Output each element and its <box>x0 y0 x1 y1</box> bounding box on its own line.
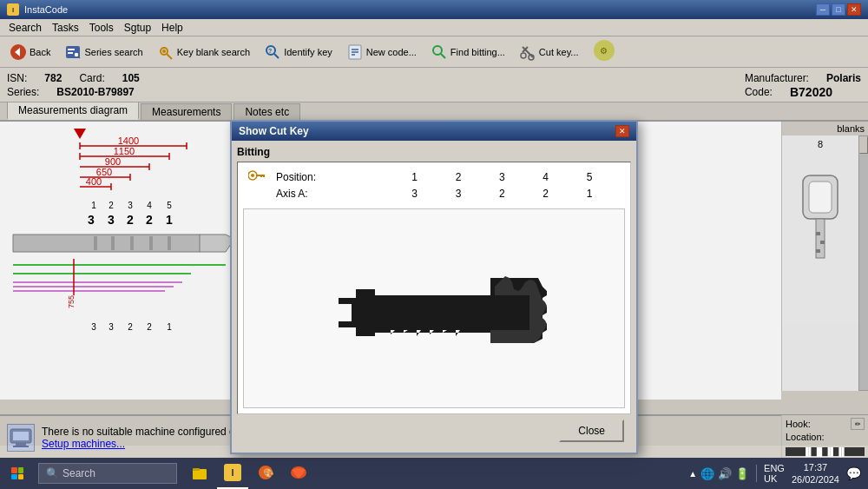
date-display: 26/02/2024 <box>792 473 839 486</box>
language-region: ENG UK <box>764 463 785 484</box>
info-right: Manufacturer: Polaris Code: B72020 <box>745 71 861 99</box>
taskbar-app-4[interactable] <box>283 458 314 489</box>
svg-line-18 <box>441 54 445 58</box>
svg-point-5 <box>74 52 79 57</box>
isn-label: ISN: <box>7 71 27 85</box>
svg-text:🎨: 🎨 <box>263 467 274 479</box>
search-icon: 🔍 <box>46 467 59 479</box>
window-controls: ─ □ ✕ <box>816 3 861 16</box>
minimize-button[interactable]: ─ <box>816 3 830 16</box>
battery-icon: 🔋 <box>735 467 749 480</box>
network-icon: 🌐 <box>700 467 714 480</box>
position-label: Position: <box>276 171 316 183</box>
app4-icon <box>290 464 307 481</box>
identify-key-icon: ? <box>264 43 281 61</box>
pos-4: 4 <box>537 168 581 186</box>
menu-tools[interactable]: Tools <box>84 20 119 36</box>
start-button[interactable] <box>0 458 35 489</box>
region-label: UK <box>764 473 785 484</box>
menu-sgtup[interactable]: Sgtup <box>119 20 156 36</box>
tray-separator <box>756 465 757 482</box>
chevron-up-icon[interactable]: ▲ <box>688 469 697 479</box>
close-window-button[interactable]: ✕ <box>847 3 861 16</box>
series-label: Series: <box>7 85 39 99</box>
clock[interactable]: 17:37 26/02/2024 <box>792 461 839 486</box>
taskbar-app-file-explorer[interactable] <box>184 458 215 489</box>
isn-value: 782 <box>44 71 62 85</box>
title-bar: I InstaCode ─ □ ✕ <box>0 0 868 19</box>
new-code-button[interactable]: New code... <box>340 40 423 64</box>
modal-title-bar: Show Cut Key ✕ <box>232 122 636 141</box>
axis-a-icon-cell <box>243 186 271 202</box>
bitting-table: Position: 1 2 3 4 5 Axis A: 3 <box>243 168 625 202</box>
barcode-area: ▐▌▐▌▐▌▐▌ <box>786 447 865 456</box>
pos-3: 3 <box>494 168 537 186</box>
notifications-icon[interactable]: 💬 <box>846 466 861 480</box>
svg-text:⚙: ⚙ <box>600 46 608 56</box>
taskbar-right: ▲ 🌐 🔊 🔋 ENG UK 17:37 26/02/2024 💬 <box>688 461 868 486</box>
svg-line-9 <box>167 54 172 59</box>
cut-key-visual <box>304 230 564 387</box>
maximize-button[interactable]: □ <box>832 3 845 16</box>
card-label: Card: <box>79 71 104 85</box>
svg-rect-99 <box>263 175 265 177</box>
code-value: B72020 <box>790 85 832 99</box>
svg-line-19 <box>523 47 533 57</box>
axis-a-val-1: 3 <box>406 186 450 202</box>
axis-a-val-3: 2 <box>494 186 537 202</box>
svg-rect-110 <box>193 468 200 471</box>
svg-point-96 <box>251 174 254 177</box>
language-label: ENG <box>764 463 785 473</box>
axis-a-label: Axis A: <box>276 188 308 200</box>
axis-a-val-2: 3 <box>450 186 494 202</box>
series-value: BS2010-B79897 <box>56 85 134 99</box>
win-logo-yellow <box>18 474 24 480</box>
key-row-icon <box>248 169 266 182</box>
close-modal-button[interactable]: Close <box>559 420 624 442</box>
key-blank-search-button[interactable]: Key blank search <box>151 40 256 64</box>
pos-5: 5 <box>582 168 625 186</box>
extra-icon: ⚙ <box>590 38 618 63</box>
key-blank-search-icon <box>157 43 174 61</box>
svg-rect-3 <box>68 49 75 50</box>
svg-point-21 <box>521 53 526 58</box>
menu-tasks[interactable]: Tasks <box>47 20 84 36</box>
info-left: ISN: 782 Card: 105 Series: BS2010-B79897 <box>7 71 745 99</box>
search-placeholder: Search <box>62 467 95 479</box>
svg-rect-98 <box>260 175 262 177</box>
app-icon: I <box>7 3 19 16</box>
show-cut-key-dialog: Show Cut Key ✕ Bitting <box>230 120 638 454</box>
menu-search[interactable]: Search <box>3 20 47 36</box>
instacode-taskbar-icon: I <box>224 464 241 481</box>
cut-key-button[interactable]: Cut key... <box>513 40 585 64</box>
key-visual-area <box>243 208 625 408</box>
position-label-cell: Position: <box>271 168 406 186</box>
card-value: 105 <box>122 71 140 85</box>
pos-2: 2 <box>450 168 494 186</box>
taskbar-app-3[interactable]: 🎨 <box>250 458 281 489</box>
key-row-icon-cell <box>243 168 271 186</box>
taskbar-app-instacode[interactable]: I <box>217 458 248 489</box>
taskbar-search-bar[interactable]: 🔍 Search <box>38 463 177 484</box>
pos-1: 1 <box>406 168 450 186</box>
time-display: 17:37 <box>792 461 839 473</box>
menu-help[interactable]: Help <box>156 20 188 36</box>
series-search-button[interactable]: Series search <box>58 40 148 64</box>
identify-key-button[interactable]: ? Identify key <box>258 40 339 64</box>
manufacturer-label: Manufacturer: <box>745 71 809 85</box>
app-title: InstaCode <box>24 4 816 15</box>
svg-text:?: ? <box>268 48 272 54</box>
cut-key-icon <box>519 43 536 61</box>
find-bitting-button[interactable]: Find bitting... <box>424 40 511 64</box>
back-icon <box>10 43 27 61</box>
modal-close-button[interactable]: ✕ <box>615 125 629 137</box>
taskbar-apps: I 🎨 <box>184 458 314 489</box>
back-button[interactable]: Back <box>3 40 56 64</box>
win-logo-green <box>18 467 24 473</box>
menu-bar: Search Tasks Tools Sgtup Help <box>0 19 868 36</box>
modal-title: Show Cut Key <box>239 125 615 137</box>
info-bar: ISN: 782 Card: 105 Series: BS2010-B79897… <box>0 68 868 102</box>
win-logo-blue <box>11 474 17 480</box>
volume-icon: 🔊 <box>718 467 732 480</box>
svg-point-17 <box>433 46 442 55</box>
